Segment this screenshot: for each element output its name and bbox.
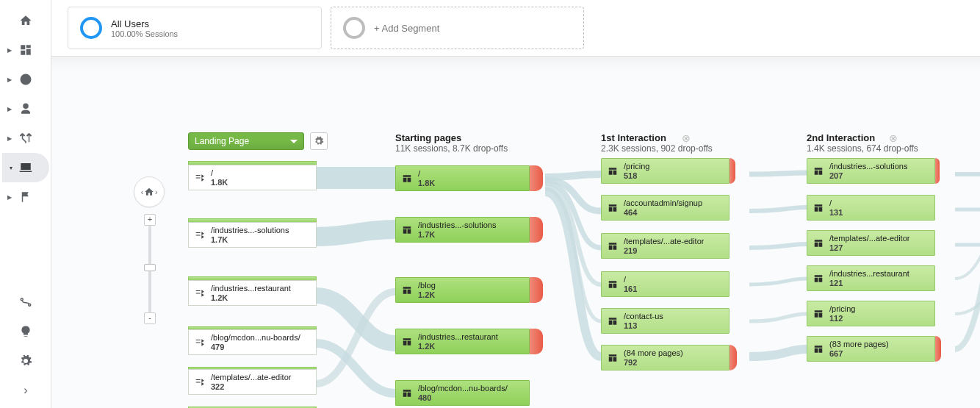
interaction-node[interactable]: /accountadmin/signup464 <box>601 195 729 221</box>
main-content: All Users 100.00% Sessions + Add Segment <box>51 0 980 408</box>
nav-realtime[interactable]: ▶ <box>0 65 51 94</box>
nav-collapse[interactable]: › <box>0 376 51 405</box>
nav-customization[interactable]: ▶ <box>0 35 51 65</box>
zoom-out-button[interactable]: - <box>144 312 156 324</box>
arrow-split-icon <box>19 132 32 145</box>
page-icon <box>810 166 826 176</box>
node-value: 518 <box>624 171 649 181</box>
nav-home[interactable] <box>0 6 51 35</box>
chevron-right-icon: › <box>155 188 157 196</box>
zoom-track[interactable] <box>148 226 151 312</box>
person-icon <box>19 102 32 115</box>
expand-icon: ▶ <box>7 194 12 201</box>
dropoff-indicator <box>729 345 737 371</box>
node-path: /industries...-solutions <box>829 162 907 171</box>
node-path: /industries...restaurant <box>829 269 909 279</box>
node-value: 480 <box>418 393 508 403</box>
node-path: / <box>418 169 435 179</box>
landing-node[interactable]: /industries...restaurant1.2K <box>188 276 317 306</box>
expand-icon: ▶ <box>7 76 12 83</box>
bulb-icon <box>19 325 32 338</box>
column-close-icon[interactable]: ⊗ <box>682 132 691 144</box>
node-path: /blog <box>418 281 436 290</box>
node-value: 207 <box>829 171 907 181</box>
interaction-node[interactable]: /pricing518 <box>601 158 729 184</box>
gear-icon <box>314 136 324 146</box>
starting-node[interactable]: /blog1.2K <box>395 277 530 303</box>
interaction-node[interactable]: /templates/...ate-editor219 <box>601 233 729 259</box>
interaction-node[interactable]: /161 <box>601 271 729 297</box>
segment-all-users[interactable]: All Users 100.00% Sessions <box>68 7 322 49</box>
nav-admin[interactable] <box>0 346 51 376</box>
node-value: 1.7K <box>211 235 289 245</box>
add-segment-label: + Add Segment <box>374 23 439 34</box>
starting-node[interactable]: /industries...-solutions1.7K <box>395 217 530 243</box>
column-header-int1: 1st Interaction 2.3K sessions, 902 drop-… <box>601 132 713 154</box>
node-value: 1.2K <box>418 290 436 300</box>
column-close-icon[interactable]: ⊗ <box>889 132 898 144</box>
node-path: /accountadmin/signup <box>624 198 702 208</box>
nav-conversions[interactable]: ▶ <box>0 182 51 212</box>
flow-settings-button[interactable] <box>310 132 328 150</box>
interaction-node[interactable]: (83 more pages)667 <box>807 336 935 362</box>
interaction-node[interactable]: (84 more pages)792 <box>601 345 729 371</box>
expand-icon: ▶ <box>7 106 12 112</box>
page-icon <box>810 238 826 248</box>
column-title: 1st Interaction <box>601 132 713 143</box>
segment-subtitle: 100.00% Sessions <box>111 29 178 38</box>
home-icon <box>19 14 32 27</box>
page-icon <box>399 225 415 235</box>
interaction-node[interactable]: /131 <box>807 195 935 221</box>
home-icon <box>144 187 154 197</box>
interaction-node[interactable]: /pricing112 <box>807 301 935 326</box>
dropoff-indicator <box>935 158 940 184</box>
dropoff-indicator <box>530 217 543 243</box>
nav-audience[interactable]: ▶ <box>0 94 51 124</box>
starting-node[interactable]: /industries...restaurant1.2K <box>395 329 530 354</box>
zoom-in-button[interactable]: + <box>144 214 156 226</box>
landing-node[interactable]: /blog/mcdon...nu-boards/479 <box>188 326 317 355</box>
landing-node[interactable]: /industries...-solutions1.7K <box>188 218 317 248</box>
landing-node[interactable]: /1.8K <box>188 161 317 190</box>
nav-attribution[interactable] <box>0 287 51 317</box>
node-value: 667 <box>829 349 889 359</box>
column-title: Starting pages <box>395 132 508 143</box>
path-icon <box>19 296 32 309</box>
nav-discover[interactable] <box>0 317 51 346</box>
starting-node[interactable]: /1.8K <box>395 165 530 191</box>
dashboard-icon <box>19 43 32 57</box>
node-value: 113 <box>624 321 663 331</box>
zoom-control: + - <box>144 214 156 324</box>
column-header-starting: Starting pages 11K sessions, 8.7K drop-o… <box>395 132 508 154</box>
interaction-node[interactable]: /templates/...ate-editor127 <box>807 230 935 256</box>
landing-page-dropdown[interactable]: Landing Page <box>188 132 304 150</box>
node-path: /pricing <box>829 304 855 314</box>
interaction-node[interactable]: /industries...restaurant121 <box>807 265 935 291</box>
page-icon <box>605 203 621 213</box>
flow-nav-disc[interactable]: ‹ › <box>134 176 165 207</box>
nav-acquisition[interactable]: ▶ <box>0 124 51 153</box>
landing-node[interactable]: /templates/...ate-editor322 <box>188 367 317 395</box>
node-value: 322 <box>211 382 291 392</box>
column-title: 2nd Interaction <box>807 132 918 143</box>
enter-icon <box>192 377 208 387</box>
caret-down-icon <box>290 140 298 147</box>
page-icon <box>605 279 621 290</box>
interaction-node[interactable]: /industries...-solutions207 <box>807 158 935 184</box>
nav-behavior[interactable]: ▾ <box>2 153 49 182</box>
page-icon <box>605 166 621 176</box>
behavior-flow: ‹ › + - Landing Page Starting pa <box>51 56 980 408</box>
interaction-node[interactable]: /contact-us113 <box>601 308 729 334</box>
node-value: 1.2K <box>211 293 291 303</box>
screen-icon <box>19 161 32 174</box>
page-icon <box>810 203 826 213</box>
landing-page-dropdown-label: Landing Page <box>195 136 249 146</box>
starting-node[interactable]: /blog/mcdon...nu-boards/480 <box>395 380 530 406</box>
segment-chip-icon <box>80 17 102 39</box>
dropoff-indicator <box>530 277 543 303</box>
add-segment-button[interactable]: + Add Segment <box>331 7 584 49</box>
zoom-handle[interactable] <box>144 264 156 271</box>
column-subtitle: 2.3K sessions, 902 drop-offs <box>601 143 713 154</box>
page-icon <box>399 173 415 184</box>
node-value: 1.7K <box>418 230 496 240</box>
